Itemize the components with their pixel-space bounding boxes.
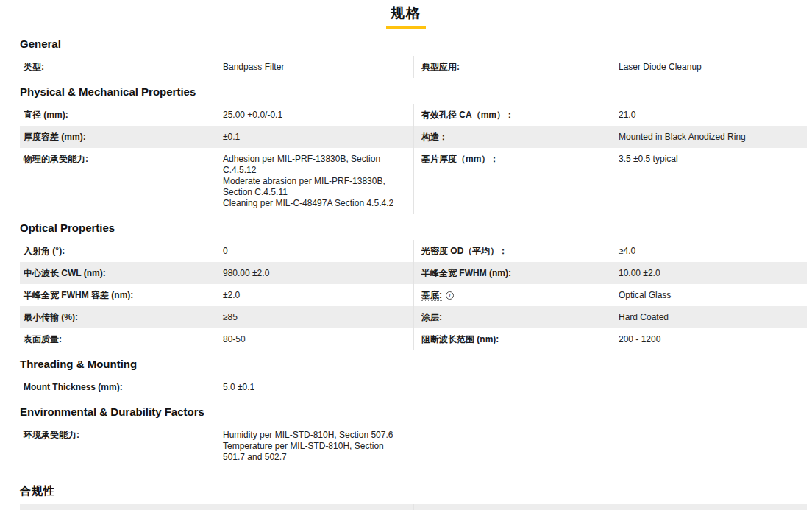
spec-value: Mounted in Black Anodized Ring xyxy=(619,132,807,143)
spec-value: 5.0 ±0.1 xyxy=(223,382,413,393)
spec-cell-angle-of-incidence: 入射角 (°): 0 xyxy=(20,240,413,262)
spec-value: Bandpass Filter xyxy=(223,62,413,73)
spec-label: 光密度 OD（平均）： xyxy=(414,246,619,257)
section-heading-general: General xyxy=(20,38,807,50)
title-bar: 规格 xyxy=(0,0,812,29)
spec-value: Laser Diode Cleanup xyxy=(619,62,807,73)
spec-label: 入射角 (°): xyxy=(20,246,223,257)
section-heading-optical: Optical Properties xyxy=(20,222,807,234)
threading-table: Mount Thickness (mm): 5.0 ±0.1 xyxy=(20,376,807,398)
spec-value: ≥4.0 xyxy=(619,246,807,257)
spec-cell-empty xyxy=(413,424,807,468)
spec-cell-optical-density: 光密度 OD（平均）： ≥4.0 xyxy=(413,240,807,262)
spec-label: 半峰全宽 FWHM 容差 (nm): xyxy=(20,290,223,301)
section-heading-environmental: Environmental & Durability Factors xyxy=(20,405,807,418)
spec-value: ±0.1 xyxy=(223,132,413,143)
spec-value: Optical Glass xyxy=(619,290,807,301)
spec-cell-substrate-thickness: 基片厚度（mm）： 3.5 ±0.5 typical xyxy=(413,148,807,214)
spec-label: 中心波长 CWL (nm): xyxy=(20,268,223,279)
spec-value: 80-50 xyxy=(223,334,413,345)
spec-cell-coating: 涂层: Hard Coated xyxy=(413,306,807,328)
spec-cell-type: 类型: Bandpass Filter xyxy=(20,56,413,78)
spec-value: Hard Coated xyxy=(619,312,807,323)
table-row: 环境承受能力: Humidity per MIL-STD-810H, Secti… xyxy=(20,424,807,468)
spec-label: 半峰全宽 FWHM (nm): xyxy=(414,268,619,279)
spec-cell-empty xyxy=(413,376,807,398)
table-row: 直径 (mm): 25.00 +0.0/-0.1 有效孔径 CA（mm）： 21… xyxy=(20,104,807,126)
spec-cell-diameter: 直径 (mm): 25.00 +0.0/-0.1 xyxy=(20,104,413,126)
spec-value: Adhesion per MIL-PRF-13830B, Section C.4… xyxy=(223,154,413,209)
spec-label: 最小传输 (%): xyxy=(20,312,223,323)
spec-label: 直径 (mm): xyxy=(20,110,223,121)
compliance-table: RoHS 2015: 符合标准 Certificate of Conforman… xyxy=(20,504,807,510)
spec-cell-thickness-tolerance: 厚度容差 (mm): ±0.1 xyxy=(20,126,413,148)
spec-value: ±2.0 xyxy=(223,290,413,301)
spec-label: 构造： xyxy=(414,132,619,143)
spec-label: 基片厚度（mm）： xyxy=(414,154,619,209)
spec-cell-rohs: RoHS 2015: 符合标准 xyxy=(20,504,413,510)
spec-label: 环境承受能力: xyxy=(20,430,223,463)
specifications-panel: General 类型: Bandpass Filter 典型应用: Laser … xyxy=(0,29,812,510)
spec-value: 0 xyxy=(223,246,413,257)
table-row: 类型: Bandpass Filter 典型应用: Laser Diode Cl… xyxy=(20,56,807,78)
spec-cell-typical-application: 典型应用: Laser Diode Cleanup xyxy=(413,56,807,78)
spec-label: 基底: xyxy=(414,290,619,301)
spec-value: ≥85 xyxy=(223,312,413,323)
environmental-table: 环境承受能力: Humidity per MIL-STD-810H, Secti… xyxy=(20,424,807,468)
spec-cell-min-transmission: 最小传输 (%): ≥85 xyxy=(20,306,413,328)
spec-value: 21.0 xyxy=(619,110,807,121)
spec-cell-clear-aperture: 有效孔径 CA（mm）： 21.0 xyxy=(413,104,807,126)
table-row: 物理的承受能力: Adhesion per MIL-PRF-13830B, Se… xyxy=(20,148,807,214)
spec-cell-certificate: Certificate of Conformance: 浏览 xyxy=(413,504,807,510)
spec-value: 25.00 +0.0/-0.1 xyxy=(223,110,413,121)
spec-cell-construction: 构造： Mounted in Black Anodized Ring xyxy=(413,126,807,148)
spec-label: 类型: xyxy=(20,62,223,73)
table-row: 中心波长 CWL (nm): 980.00 ±2.0 半峰全宽 FWHM (nm… xyxy=(20,262,807,284)
table-row: 半峰全宽 FWHM 容差 (nm): ±2.0 基底: Optical Glas… xyxy=(20,284,807,306)
page-title: 规格 xyxy=(386,4,426,29)
section-heading-compliance: 合规性 xyxy=(20,484,807,498)
table-row: 表面质量: 80-50 阻断波长范围 (nm): 200 - 1200 xyxy=(20,328,807,350)
general-table: 类型: Bandpass Filter 典型应用: Laser Diode Cl… xyxy=(20,56,807,78)
info-icon[interactable] xyxy=(446,291,454,300)
spec-value: 980.00 ±2.0 xyxy=(223,268,413,279)
spec-label: 涂层: xyxy=(414,312,619,323)
spec-label: 表面质量: xyxy=(20,334,223,345)
table-row: 厚度容差 (mm): ±0.1 构造： Mounted in Black Ano… xyxy=(20,126,807,148)
spec-value: 3.5 ±0.5 typical xyxy=(619,154,807,209)
section-heading-threading: Threading & Mounting xyxy=(20,358,807,370)
table-row: 最小传输 (%): ≥85 涂层: Hard Coated xyxy=(20,306,807,328)
spec-label: 典型应用: xyxy=(414,62,619,73)
spec-cell-fwhm: 半峰全宽 FWHM (nm): 10.00 ±2.0 xyxy=(413,262,807,284)
spec-cell-mount-thickness: Mount Thickness (mm): 5.0 ±0.1 xyxy=(20,376,413,398)
spec-cell-cwl: 中心波长 CWL (nm): 980.00 ±2.0 xyxy=(20,262,413,284)
spec-label: 有效孔径 CA（mm）： xyxy=(414,110,619,121)
table-row: 入射角 (°): 0 光密度 OD（平均）： ≥4.0 xyxy=(20,240,807,262)
spec-value: 200 - 1200 xyxy=(619,334,807,345)
spec-cell-physical-durability: 物理的承受能力: Adhesion per MIL-PRF-13830B, Se… xyxy=(20,148,413,214)
substrate-tooltip-term[interactable]: 基底: xyxy=(421,290,442,301)
table-row: RoHS 2015: 符合标准 Certificate of Conforman… xyxy=(20,504,807,510)
spec-label: Mount Thickness (mm): xyxy=(20,382,223,393)
spec-label: 厚度容差 (mm): xyxy=(20,132,223,143)
spec-value: Humidity per MIL-STD-810H, Section 507.6… xyxy=(223,430,413,463)
physical-table: 直径 (mm): 25.00 +0.0/-0.1 有效孔径 CA（mm）： 21… xyxy=(20,104,807,214)
spec-cell-surface-quality: 表面质量: 80-50 xyxy=(20,328,413,350)
optical-table: 入射角 (°): 0 光密度 OD（平均）： ≥4.0 中心波长 CWL (nm… xyxy=(20,240,807,350)
spec-cell-environmental-durability: 环境承受能力: Humidity per MIL-STD-810H, Secti… xyxy=(20,424,413,468)
spec-cell-blocking-range: 阻断波长范围 (nm): 200 - 1200 xyxy=(413,328,807,350)
spec-label: 物理的承受能力: xyxy=(20,154,223,209)
spec-label: 阻断波长范围 (nm): xyxy=(414,334,619,345)
spec-cell-fwhm-tolerance: 半峰全宽 FWHM 容差 (nm): ±2.0 xyxy=(20,284,413,306)
section-heading-physical: Physical & Mechanical Properties xyxy=(20,85,807,98)
spec-cell-substrate: 基底: Optical Glass xyxy=(413,284,807,306)
spec-value: 10.00 ±2.0 xyxy=(619,268,807,279)
table-row: Mount Thickness (mm): 5.0 ±0.1 xyxy=(20,376,807,398)
